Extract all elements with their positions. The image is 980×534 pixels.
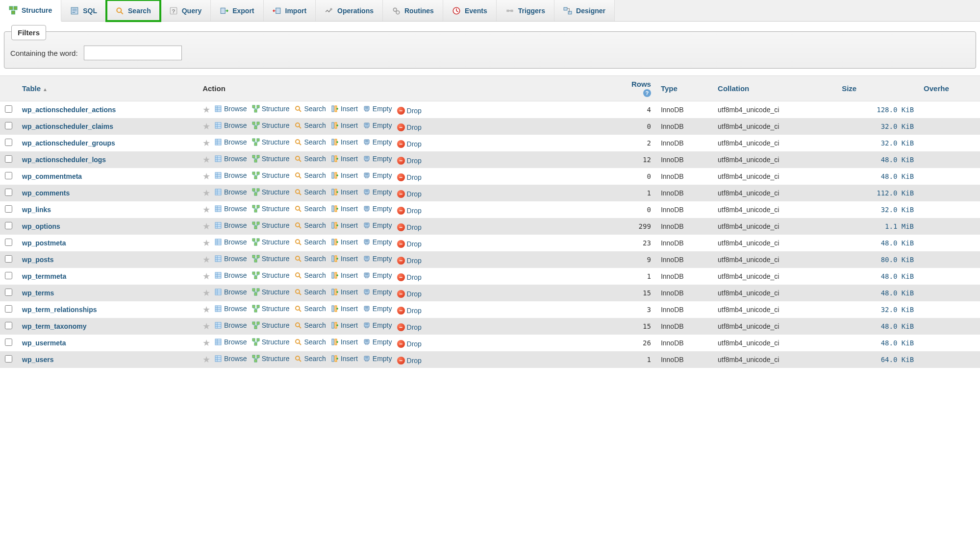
favorite-star[interactable]: ★ (202, 171, 210, 181)
drop-action[interactable]: −Drop (397, 273, 422, 281)
browse-action[interactable]: Browse (214, 105, 247, 113)
search-action[interactable]: Search (294, 271, 326, 279)
favorite-star[interactable]: ★ (202, 138, 210, 148)
table-name-link[interactable]: wp_users (22, 356, 54, 364)
row-checkbox[interactable] (5, 255, 12, 263)
tab-export[interactable]: Export (211, 0, 263, 21)
drop-action[interactable]: −Drop (397, 123, 422, 131)
insert-action[interactable]: Insert (331, 138, 358, 146)
insert-action[interactable]: Insert (331, 155, 358, 163)
structure-action[interactable]: Structure (252, 321, 290, 329)
browse-action[interactable]: Browse (214, 338, 247, 346)
structure-action[interactable]: Structure (252, 338, 290, 346)
drop-action[interactable]: −Drop (397, 157, 422, 165)
insert-action[interactable]: Insert (331, 305, 358, 313)
favorite-star[interactable]: ★ (202, 121, 210, 131)
insert-action[interactable]: Insert (331, 221, 358, 229)
empty-action[interactable]: Empty (363, 105, 392, 113)
search-action[interactable]: Search (294, 255, 326, 263)
search-action[interactable]: Search (294, 338, 326, 346)
favorite-star[interactable]: ★ (202, 305, 210, 315)
browse-action[interactable]: Browse (214, 138, 247, 146)
tab-query[interactable]: ?Query (160, 0, 211, 21)
insert-action[interactable]: Insert (331, 288, 358, 296)
table-name-link[interactable]: wp_actionscheduler_logs (22, 156, 106, 164)
tab-operations[interactable]: Operations (316, 0, 383, 21)
structure-action[interactable]: Structure (252, 105, 290, 113)
drop-action[interactable]: −Drop (397, 257, 422, 265)
structure-action[interactable]: Structure (252, 188, 290, 196)
insert-action[interactable]: Insert (331, 338, 358, 346)
structure-action[interactable]: Structure (252, 288, 290, 296)
favorite-star[interactable]: ★ (202, 271, 210, 281)
search-action[interactable]: Search (294, 355, 326, 363)
search-action[interactable]: Search (294, 205, 326, 213)
table-name-link[interactable]: wp_actionscheduler_actions (22, 106, 116, 114)
browse-action[interactable]: Browse (214, 171, 247, 179)
row-checkbox[interactable] (5, 189, 12, 196)
structure-action[interactable]: Structure (252, 255, 290, 263)
help-icon[interactable]: ? (643, 89, 651, 97)
browse-action[interactable]: Browse (214, 255, 247, 263)
search-action[interactable]: Search (294, 221, 326, 229)
tab-events[interactable]: Events (443, 0, 497, 21)
row-checkbox[interactable] (5, 205, 12, 213)
empty-action[interactable]: Empty (363, 255, 392, 263)
structure-action[interactable]: Structure (252, 155, 290, 163)
drop-action[interactable]: −Drop (397, 340, 422, 348)
browse-action[interactable]: Browse (214, 305, 247, 313)
favorite-star[interactable]: ★ (202, 221, 210, 231)
empty-action[interactable]: Empty (363, 238, 392, 246)
browse-action[interactable]: Browse (214, 321, 247, 329)
row-checkbox[interactable] (5, 339, 12, 346)
search-action[interactable]: Search (294, 188, 326, 196)
browse-action[interactable]: Browse (214, 271, 247, 279)
search-action[interactable]: Search (294, 171, 326, 179)
col-collation[interactable]: Collation (713, 76, 837, 101)
search-action[interactable]: Search (294, 121, 326, 129)
row-checkbox[interactable] (5, 239, 12, 246)
structure-action[interactable]: Structure (252, 221, 290, 229)
favorite-star[interactable]: ★ (202, 321, 210, 331)
browse-action[interactable]: Browse (214, 221, 247, 229)
table-name-link[interactable]: wp_term_relationships (22, 306, 97, 314)
col-table[interactable]: Table▲ (17, 76, 198, 101)
browse-action[interactable]: Browse (214, 121, 247, 129)
tab-triggers[interactable]: Triggers (497, 0, 554, 21)
drop-action[interactable]: −Drop (397, 290, 422, 298)
browse-action[interactable]: Browse (214, 238, 247, 246)
drop-action[interactable]: −Drop (397, 173, 422, 181)
empty-action[interactable]: Empty (363, 321, 392, 329)
favorite-star[interactable]: ★ (202, 355, 210, 364)
tab-import[interactable]: Import (264, 0, 316, 21)
search-action[interactable]: Search (294, 155, 326, 163)
browse-action[interactable]: Browse (214, 155, 247, 163)
tab-designer[interactable]: Designer (554, 0, 615, 21)
favorite-star[interactable]: ★ (202, 238, 210, 248)
row-checkbox[interactable] (5, 172, 12, 179)
tab-routines[interactable]: Routines (383, 0, 443, 21)
row-checkbox[interactable] (5, 322, 12, 329)
insert-action[interactable]: Insert (331, 205, 358, 213)
drop-action[interactable]: −Drop (397, 323, 422, 331)
row-checkbox[interactable] (5, 222, 12, 229)
favorite-star[interactable]: ★ (202, 188, 210, 198)
favorite-star[interactable]: ★ (202, 205, 210, 215)
structure-action[interactable]: Structure (252, 238, 290, 246)
table-name-link[interactable]: wp_actionscheduler_groups (22, 139, 115, 147)
table-name-link[interactable]: wp_posts (22, 256, 54, 264)
row-checkbox[interactable] (5, 289, 12, 296)
search-action[interactable]: Search (294, 288, 326, 296)
row-checkbox[interactable] (5, 122, 12, 129)
search-action[interactable]: Search (294, 105, 326, 113)
search-action[interactable]: Search (294, 321, 326, 329)
drop-action[interactable]: −Drop (397, 223, 422, 231)
browse-action[interactable]: Browse (214, 355, 247, 363)
row-checkbox[interactable] (5, 155, 12, 163)
row-checkbox[interactable] (5, 355, 12, 363)
col-rows[interactable]: Rows ? (604, 76, 656, 101)
row-checkbox[interactable] (5, 272, 12, 279)
structure-action[interactable]: Structure (252, 355, 290, 363)
search-action[interactable]: Search (294, 238, 326, 246)
insert-action[interactable]: Insert (331, 271, 358, 279)
